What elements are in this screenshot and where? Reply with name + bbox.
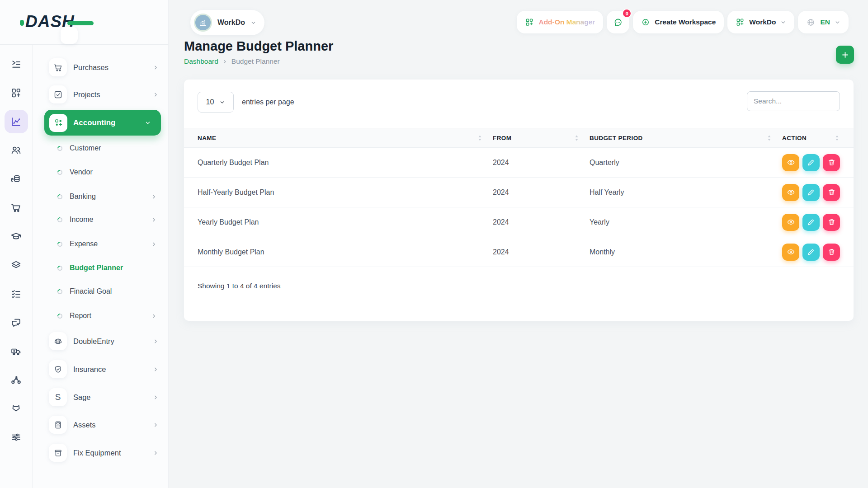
- view-button[interactable]: [782, 214, 799, 231]
- layers-icon[interactable]: [5, 253, 28, 277]
- plus-icon: [841, 51, 849, 59]
- sidebar-item-finacial-goal[interactable]: Finacial Goal: [33, 286, 169, 297]
- list-start-icon[interactable]: [5, 52, 28, 76]
- sidebar-item-banking[interactable]: Banking: [33, 191, 169, 202]
- chat-icon[interactable]: [5, 311, 28, 334]
- cell-period: Yearly: [590, 218, 782, 226]
- sort-icon[interactable]: [478, 135, 482, 141]
- chevron-down-icon: [780, 19, 786, 25]
- chevron-right-icon: [151, 313, 157, 319]
- chevron-down-icon: [145, 120, 151, 126]
- building-icon: [198, 18, 208, 27]
- users-icon[interactable]: [5, 139, 28, 162]
- sidebar-item-accounting[interactable]: Accounting: [44, 110, 161, 136]
- sidebar-item-purchases[interactable]: Purchases: [33, 58, 169, 76]
- workspace-switcher[interactable]: WorkDo: [727, 11, 794, 33]
- sort-icon[interactable]: [835, 135, 839, 141]
- breadcrumb: Dashboard Budget Planner: [184, 57, 280, 66]
- page-title: Manage Budget Planner: [184, 39, 333, 54]
- sidebar-item-report[interactable]: Report: [33, 310, 169, 322]
- language-switcher[interactable]: EN: [798, 11, 849, 33]
- logo-band: DASH: [0, 0, 169, 45]
- bullet-icon: [57, 266, 62, 271]
- chevron-right-icon: [153, 422, 159, 428]
- view-button[interactable]: [782, 184, 799, 201]
- entries-per-page-label: entries per page: [242, 92, 294, 113]
- delete-button[interactable]: [823, 214, 840, 231]
- chevron-right-icon: [151, 217, 157, 223]
- trash-icon: [827, 248, 836, 256]
- sort-icon[interactable]: [575, 135, 579, 141]
- sidebar-item-projects[interactable]: Projects: [33, 85, 169, 103]
- sidebar-item-vendor[interactable]: Vendor: [33, 166, 169, 178]
- trash-icon: [827, 158, 836, 167]
- delete-button[interactable]: [823, 184, 840, 201]
- edit-button[interactable]: [802, 214, 820, 231]
- messages-button[interactable]: 0: [607, 11, 629, 33]
- cell-from: 2024: [493, 159, 590, 167]
- chat-bubble-icon: [613, 17, 623, 28]
- addon-manager-button[interactable]: Add-On Manager: [517, 11, 603, 33]
- apps-grid-icon: [49, 114, 67, 132]
- apps-grid-icon[interactable]: [5, 81, 28, 105]
- sort-icon[interactable]: [767, 135, 771, 141]
- edit-button[interactable]: [802, 154, 820, 171]
- cell-name: Yearly Budget Plan: [198, 218, 493, 226]
- delete-button[interactable]: [823, 154, 840, 171]
- cell-period: Monthly: [590, 248, 782, 256]
- cell-actions: [782, 184, 840, 201]
- money-icon[interactable]: [5, 167, 28, 191]
- topbar-actions: Add-On Manager 0 Create Workspace WorkDo…: [517, 11, 849, 33]
- delete-button[interactable]: [823, 244, 840, 261]
- sliders-icon[interactable]: [5, 426, 28, 449]
- create-budget-button[interactable]: [836, 46, 854, 64]
- edit-button[interactable]: [802, 184, 820, 201]
- animal-icon[interactable]: [5, 397, 28, 420]
- bullet-icon: [57, 242, 62, 247]
- chevron-right-icon: [153, 394, 159, 400]
- view-button[interactable]: [782, 154, 799, 171]
- column-header-action[interactable]: ACTION: [782, 135, 840, 141]
- column-header-budget-period[interactable]: BUDGET PERIOD: [590, 135, 782, 141]
- breadcrumb-dashboard-link[interactable]: Dashboard: [184, 57, 218, 66]
- education-icon[interactable]: [5, 225, 28, 248]
- sidebar-item-sage[interactable]: S Sage: [33, 388, 169, 406]
- chevron-right-icon: [153, 450, 159, 456]
- sidebar-item-income[interactable]: Income: [33, 214, 169, 225]
- workspace-pill[interactable]: WorkDo: [190, 10, 264, 35]
- column-header-name[interactable]: NAME: [198, 135, 493, 141]
- cart-icon[interactable]: [5, 196, 28, 220]
- logo-dash: [67, 21, 94, 25]
- bike-icon[interactable]: [5, 368, 28, 392]
- analytics-icon[interactable]: [5, 110, 28, 133]
- bullet-icon: [57, 146, 62, 151]
- sidebar-item-insurance[interactable]: Insurance: [33, 360, 169, 378]
- view-button[interactable]: [782, 244, 799, 261]
- entries-per-page-select[interactable]: 10: [198, 92, 234, 113]
- chevron-right-icon: [222, 59, 227, 64]
- shield-check-icon: [49, 360, 67, 378]
- trash-icon: [827, 218, 836, 226]
- sidebar-item-doubleentry[interactable]: DoubleEntry: [33, 332, 169, 350]
- brand-logo[interactable]: DASH: [20, 11, 94, 33]
- breadcrumb-current: Budget Planner: [231, 57, 280, 66]
- create-workspace-button[interactable]: Create Workspace: [633, 11, 724, 33]
- column-header-from[interactable]: FROM: [493, 135, 590, 141]
- search-input[interactable]: [747, 91, 840, 111]
- sidebar-menu: Purchases Projects Accounting Customer V…: [33, 45, 169, 488]
- pencil-icon: [807, 248, 816, 256]
- sidebar-item-fix-equipment[interactable]: Fix Equipment: [33, 444, 169, 462]
- delivery-icon[interactable]: [5, 339, 28, 363]
- bullet-icon: [57, 194, 62, 199]
- cell-actions: [782, 154, 840, 171]
- edit-button[interactable]: [802, 244, 820, 261]
- left-panel: DASH Purchases: [0, 0, 169, 488]
- tasks-icon[interactable]: [5, 282, 28, 305]
- sidebar-item-assets[interactable]: Assets: [33, 416, 169, 434]
- pencil-icon: [807, 158, 816, 167]
- workspace-avatar: [194, 14, 212, 32]
- sidebar-item-customer[interactable]: Customer: [33, 142, 169, 154]
- cell-name: Half-Yearly Budget Plan: [198, 188, 493, 197]
- sidebar-item-expense[interactable]: Expense: [33, 238, 169, 250]
- sidebar-item-budget-planner[interactable]: Budget Planner: [33, 262, 169, 274]
